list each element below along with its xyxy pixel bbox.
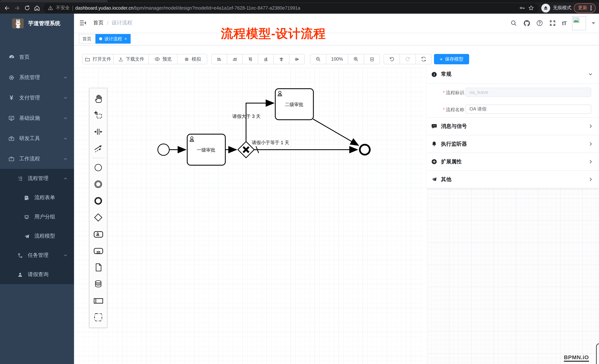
align-top-button[interactable] [242,54,258,64]
breadcrumb-current: 设计流程 [112,20,132,26]
sidebar-item-task-mgmt[interactable]: 任务管理 [0,246,74,265]
hamburger-icon[interactable] [79,19,88,28]
user-task-node-2[interactable]: 二级审批 [275,89,313,120]
search-icon[interactable] [510,19,518,27]
back-icon[interactable] [3,4,11,12]
flow-gateway-to-task2[interactable] [246,103,273,142]
align-bottom-button[interactable] [258,54,274,64]
avatar[interactable] [572,16,586,30]
group-icon[interactable] [90,309,107,326]
center-h-icon [278,56,284,62]
sidebar-item-workflow[interactable]: 工作流程 [0,149,74,169]
sidebar-item-label: 研发工具 [19,135,40,142]
redo-button[interactable] [400,54,416,64]
save-model-button[interactable]: + 保存模型 [434,54,469,64]
end-event-node[interactable] [360,145,370,155]
key-icon[interactable] [519,4,526,12]
reload-icon[interactable] [23,4,31,12]
sidebar-item-pay[interactable]: ¥ 支付管理 [0,88,74,108]
breadcrumb-home[interactable]: 首页 [93,20,104,26]
sidebar-item-label: 系统管理 [19,74,40,81]
tag-home[interactable]: 首页 [79,34,95,44]
zoom-out-button[interactable] [310,54,326,64]
preview-button[interactable]: 预览 [148,54,178,64]
zoom-level-display[interactable]: 100% [326,54,348,64]
general-fields: *流程标识 *流程名称 [427,84,599,117]
browser-active-tab[interactable] [0,0,108,2]
fullscreen-icon[interactable] [549,19,556,27]
form-icon [23,195,30,201]
sidebar-item-system[interactable]: 系统管理 [0,67,74,88]
section-other[interactable]: 其他 [427,170,599,188]
open-file-button[interactable]: 打开文件 [82,54,114,64]
align-right-button[interactable] [227,54,243,64]
connect-tool-icon[interactable] [90,140,107,157]
tag-design-process[interactable]: 设计流程 × [96,34,131,44]
end-event-icon[interactable] [90,193,107,209]
refresh-button[interactable] [415,54,432,64]
sidebar-item-devtools[interactable]: 研发工具 [0,128,74,149]
align-left-button[interactable] [211,54,227,64]
chip-icon [184,56,189,62]
designer-toolbar: 打开文件 下载文件 预览 模拟 [74,45,599,68]
download-file-button[interactable]: 下载文件 [113,54,149,64]
data-store-icon[interactable] [90,276,107,292]
align-top-icon [247,56,253,62]
properties-card: i 常规 *流程标识 *流程名称 消息与信号 [427,65,599,188]
section-general[interactable]: i 常规 [427,65,599,84]
url-bar[interactable]: 不安全 dashboard.yudao.iocoder.cn/bpm/manag… [43,3,539,13]
bpmn-io-watermark[interactable]: BPMN.iO [564,354,589,362]
sidebar-item-leave-query[interactable]: 请假查询 [0,265,74,284]
sidebar-item-label: 请假查询 [28,271,48,278]
start-event-node[interactable] [158,144,169,155]
tab-close-icon[interactable]: × [124,37,127,41]
chevron-right-icon [588,177,593,182]
flow-label-gt3days: 请假大于 3 天 [232,114,261,119]
chevron-down-icon [63,116,68,120]
sidebar-item-user-group[interactable]: 用户分组 [0,207,74,227]
sidebar-item-process-form[interactable]: 流程表单 [0,188,74,207]
simulate-button[interactable]: 模拟 [177,54,207,64]
incognito-badge: 无痕模式 [541,3,572,12]
font-size-icon[interactable]: tT [562,20,566,26]
star-icon[interactable] [528,4,534,12]
undo-button[interactable] [384,54,400,64]
sidebar-logo[interactable]: 芋道管理系统 [0,14,74,33]
center-v-icon [294,56,300,62]
section-extended-attributes[interactable]: 扩展属性 [427,153,599,170]
incognito-icon [541,3,550,12]
section-title: 执行监听器 [441,141,467,147]
intermediate-event-icon[interactable] [90,176,107,193]
data-object-icon[interactable] [90,259,107,276]
process-name-input[interactable] [466,105,591,114]
sidebar-item-home[interactable]: 首页 [0,47,74,67]
gateway-icon[interactable] [90,209,107,226]
caret-down-icon[interactable] [592,22,595,24]
participant-icon[interactable] [90,292,107,309]
sidebar-item-process-mgmt[interactable]: 流程管理 [0,169,74,188]
forward-icon[interactable] [13,4,21,12]
button-label: 下载文件 [126,56,144,62]
help-icon[interactable] [536,19,544,27]
subprocess-icon[interactable] [90,242,107,259]
section-execution-listeners[interactable]: 执行监听器 [427,135,599,153]
user-task-icon[interactable] [90,226,107,242]
sidebar-item-infra[interactable]: 基础设施 [0,108,74,128]
hand-tool-icon[interactable] [90,90,107,107]
sidebar-item-process-model[interactable]: 流程模型 [0,227,74,246]
start-event-icon[interactable] [90,159,107,176]
flow-task2-to-end[interactable] [313,119,358,145]
menu-dots-icon[interactable] [591,6,592,10]
space-tool-icon[interactable] [90,123,107,140]
align-center-horizontal-button[interactable] [273,54,289,64]
section-messages-signals[interactable]: 消息与信号 [427,117,599,135]
zoom-in-icon [353,56,359,62]
home-icon[interactable] [33,4,41,12]
align-center-vertical-button[interactable] [289,54,305,64]
lasso-tool-icon[interactable] [90,107,107,123]
reset-zoom-button[interactable] [364,54,380,64]
update-button[interactable]: 更新 [574,3,596,13]
zoom-in-button[interactable] [348,54,364,64]
user-task-node-1[interactable]: 一级审批 [187,134,225,165]
github-icon[interactable] [523,19,530,27]
